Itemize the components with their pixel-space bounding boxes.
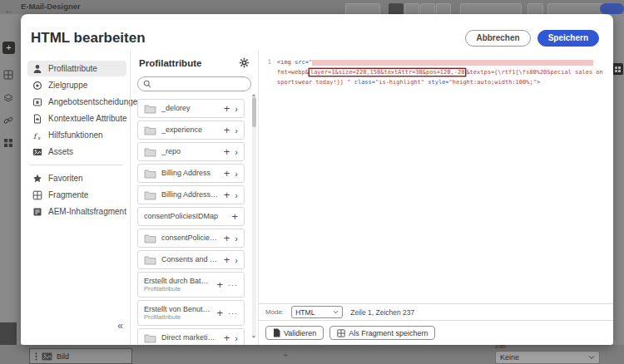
chevron-right-icon[interactable]: › (235, 255, 238, 265)
sidebar-item-label: AEM-Inhaltsfragment (48, 207, 126, 216)
code-editor[interactable]: 1<img src="fmt=webp&layer=1&size=220,150… (259, 51, 613, 303)
add-button[interactable]: + (224, 167, 230, 180)
code-token: &textps={\rtf1{\fs80%20Special sales on (466, 69, 602, 76)
validate-button[interactable]: Validieren (265, 326, 324, 340)
list-item-text: Billing Address Phone (161, 190, 219, 199)
attribute-list: _delorey+›_experience+›_repo+›Billing Ad… (137, 99, 251, 345)
sidebar-item-zielgruppe[interactable]: Zielgruppe (27, 77, 126, 93)
cursor-position: Zeile 1, Zeichen 237 (350, 308, 414, 317)
settings-gear-icon[interactable] (239, 57, 250, 68)
mode-select[interactable]: HTML (291, 306, 343, 318)
list-item[interactable]: _repo+› (137, 142, 245, 161)
primary-action-button (600, 3, 624, 14)
grid-icon (3, 70, 13, 80)
chevron-right-icon[interactable]: › (235, 234, 238, 243)
sidebar-item-angebotsentscheidungen[interactable]: Angebotsentscheidungen (27, 94, 126, 110)
list-item-sublabel: Profilattribute (144, 313, 211, 321)
sidenav-primary-group: ProfilattributeZielgruppeAngebotsentsche… (27, 61, 126, 160)
list-item[interactable]: _experience+› (137, 121, 245, 140)
add-row-icon: + (283, 350, 288, 360)
more-button[interactable]: ··· (228, 281, 238, 289)
contextual-attribute-icon (32, 113, 42, 124)
more-button[interactable]: ··· (228, 309, 238, 317)
star-icon (32, 173, 42, 184)
list-item-text: Direct marketing address (161, 333, 219, 342)
sidebar-item-kontextuelle-attribute[interactable]: Kontextuelle Attribute (27, 111, 126, 126)
add-button[interactable]: + (224, 124, 230, 136)
list-item[interactable]: Consents and Preferences+› (137, 250, 245, 269)
list-item[interactable]: Erstellt durch Batch-IDProfilattribute+·… (137, 272, 245, 298)
save-button[interactable]: Speichern (537, 30, 599, 47)
redacted-url-highlight (312, 60, 593, 66)
sidebar-item-label: Hilfsfunktionen (48, 130, 103, 140)
code-text: fmt=webp&layer=1&size=220,150&textAttr=3… (277, 67, 603, 77)
chevron-right-icon[interactable]: › (235, 169, 238, 179)
scroll-down-arrow[interactable] (252, 336, 255, 338)
layers-icon (3, 93, 13, 103)
chevron-right-icon[interactable]: › (235, 333, 238, 343)
chevron-right-icon[interactable]: › (235, 125, 238, 135)
app-topbar: E-Mail-Designer (0, 0, 624, 14)
code-token: "is-highlight" (375, 79, 424, 86)
drag-grip-icon (35, 352, 37, 361)
list-item[interactable]: Erstellt von Benutzer-IDProfilattribute+… (137, 300, 245, 326)
search-input[interactable] (137, 76, 251, 91)
chevron-right-icon[interactable]: › (235, 104, 238, 114)
list-item-label: Erstellt von Benutzer-ID (144, 305, 211, 314)
list-item[interactable]: Billing Address Phone+› (137, 185, 245, 204)
chevron-right-icon[interactable]: › (235, 147, 238, 157)
code-token: layer=1&size=220,150&textAttr=30&pos=120… (310, 69, 464, 76)
add-button[interactable]: + (224, 189, 230, 201)
sidebar-item-fragmente[interactable]: Fragmente (27, 187, 126, 203)
dialog-header: HTML bearbeiten Abbrechen Speichern (21, 14, 613, 51)
chevron-right-icon[interactable]: › (235, 190, 238, 200)
folder-icon (144, 147, 156, 157)
sidebar-item-favoriten[interactable]: Favoriten (27, 170, 126, 186)
list-item[interactable]: _delorey+› (137, 99, 245, 118)
list-item-text: _repo (161, 147, 219, 156)
scroll-up-arrow[interactable] (252, 94, 255, 96)
helper-function-icon: fx (32, 130, 42, 140)
code-token: fmt=webp& (277, 69, 309, 76)
code-line: sportswear today!}} " class="is-highligh… (264, 77, 607, 87)
list-item-label: Billing Address Phone (161, 190, 219, 199)
scrollbar-thumb[interactable] (252, 97, 256, 127)
list-item-text: _experience (161, 125, 219, 135)
code-token: style= (428, 79, 448, 86)
fragment-icon (337, 329, 345, 337)
folder-icon (144, 125, 156, 135)
line-number: 1 (264, 57, 271, 67)
sidebar-item-aem-inhaltsfragment[interactable]: AEM-Inhaltsfragment (27, 204, 126, 219)
add-button[interactable]: + (224, 102, 230, 115)
components-icon (3, 138, 13, 148)
list-item[interactable]: Billing Address+› (137, 164, 245, 183)
list-item[interactable]: consentPoliciesResultMap+› (137, 229, 245, 248)
sidebar-item-hilfsfunktionen[interactable]: fxHilfsfunktionen (27, 127, 126, 143)
add-content-icon: + (2, 42, 15, 54)
sidebar-item-label: Favoriten (48, 174, 83, 183)
collapse-panel-button[interactable]: « (117, 320, 123, 332)
list-item-text: Billing Address (161, 169, 219, 178)
add-button[interactable]: + (224, 232, 230, 244)
list-item-text: consentPoliciesResultMap (161, 234, 219, 243)
save-as-fragment-button[interactable]: Als Fragment speichern (329, 326, 435, 340)
list-item-text: Consents and Preferences (161, 255, 219, 264)
add-button[interactable]: + (224, 332, 230, 344)
add-button[interactable]: + (231, 210, 238, 223)
scrollbar[interactable] (252, 94, 256, 338)
add-button[interactable]: + (224, 145, 230, 158)
sidebar-item-profilattribute[interactable]: Profilattribute (27, 61, 126, 76)
list-item[interactable]: Direct marketing address+› (137, 328, 245, 345)
add-button[interactable]: + (216, 307, 223, 319)
code-token: <img (277, 59, 295, 66)
cancel-button[interactable]: Abbrechen (465, 30, 530, 47)
add-button[interactable]: + (224, 253, 230, 266)
sidebar-item-assets[interactable]: Assets (27, 144, 126, 160)
sidebar-item-label: Profilattribute (48, 64, 97, 73)
ziel-dropdown: Keine (495, 351, 600, 364)
app-title: E-Mail-Designer (21, 2, 81, 11)
back-arrow-icon: ← (4, 5, 13, 15)
add-button[interactable]: + (216, 278, 223, 291)
list-item[interactable]: consentPoliciesIDMap+ (137, 207, 245, 226)
sidenav-secondary-group: FavoritenFragmenteAEM-Inhaltsfragment (27, 170, 126, 219)
